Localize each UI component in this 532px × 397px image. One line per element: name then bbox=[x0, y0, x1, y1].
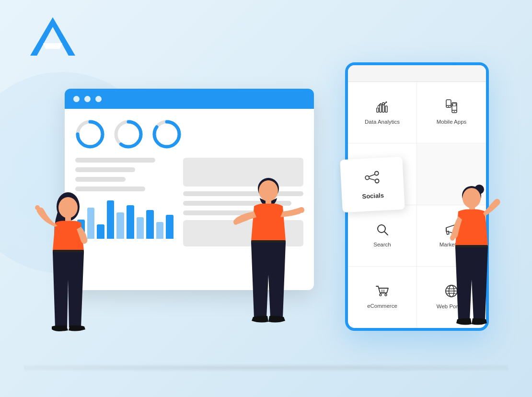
svg-rect-8 bbox=[380, 105, 382, 112]
circles-row bbox=[75, 119, 303, 149]
figure-right-woman bbox=[437, 179, 509, 371]
bar-item bbox=[127, 205, 134, 239]
circle-chart-1 bbox=[75, 119, 105, 149]
bar-item bbox=[166, 215, 173, 239]
svg-line-42 bbox=[369, 178, 375, 181]
phone-cell-data-analytics[interactable]: Data Analytics bbox=[348, 82, 417, 143]
svg-point-39 bbox=[365, 175, 369, 179]
phone-cell-search[interactable]: Search bbox=[348, 205, 417, 267]
svg-point-28 bbox=[378, 225, 385, 233]
browser-dot-3 bbox=[95, 96, 102, 102]
bar-item bbox=[146, 210, 154, 239]
phone-cell-mobile-apps[interactable]: Mobile Apps bbox=[417, 82, 486, 143]
svg-point-59 bbox=[450, 235, 455, 241]
svg-point-52 bbox=[233, 219, 238, 225]
svg-point-50 bbox=[259, 180, 278, 201]
ecommerce-label: eCommerce bbox=[367, 303, 397, 310]
figure-left-woman bbox=[29, 184, 98, 371]
svg-point-14 bbox=[448, 106, 449, 107]
svg-line-29 bbox=[384, 232, 388, 235]
browser-dot-1 bbox=[73, 96, 80, 102]
bar-item bbox=[156, 222, 164, 239]
browser-titlebar bbox=[65, 89, 314, 109]
phone-header bbox=[348, 65, 486, 82]
bar-item bbox=[137, 217, 144, 239]
svg-point-44 bbox=[58, 197, 78, 218]
data-analytics-icon bbox=[375, 99, 390, 116]
socials-icon bbox=[364, 169, 380, 189]
ecommerce-icon bbox=[375, 284, 390, 300]
svg-point-17 bbox=[454, 111, 455, 112]
circle-chart-2 bbox=[114, 119, 143, 149]
gray-bar bbox=[75, 167, 135, 172]
phone-cell-ecommerce[interactable]: eCommerce bbox=[348, 267, 417, 328]
gray-bar bbox=[75, 158, 155, 163]
app-logo bbox=[26, 13, 79, 59]
search-label: Search bbox=[373, 241, 391, 248]
svg-point-53 bbox=[300, 207, 304, 213]
gray-bar bbox=[75, 177, 126, 182]
socials-card: Socials bbox=[340, 157, 405, 213]
svg-rect-10 bbox=[385, 106, 387, 112]
browser-dot-2 bbox=[84, 96, 91, 102]
mobile-apps-icon bbox=[445, 99, 458, 116]
circle-chart-3 bbox=[152, 119, 182, 149]
search-icon bbox=[376, 223, 389, 238]
svg-point-31 bbox=[380, 294, 382, 296]
bar-item bbox=[116, 212, 124, 239]
socials-label: Socials bbox=[362, 192, 384, 200]
svg-rect-7 bbox=[377, 108, 379, 112]
svg-line-41 bbox=[369, 175, 375, 177]
figure-center-man bbox=[230, 169, 307, 371]
svg-rect-18 bbox=[453, 104, 456, 106]
svg-point-38 bbox=[375, 171, 379, 175]
svg-point-57 bbox=[463, 188, 481, 208]
svg-point-32 bbox=[385, 294, 387, 296]
mobile-apps-label: Mobile Apps bbox=[437, 118, 467, 126]
svg-point-40 bbox=[375, 179, 379, 183]
bar-item bbox=[107, 200, 115, 239]
svg-point-11 bbox=[385, 102, 387, 103]
data-analytics-label: Data Analytics bbox=[365, 118, 400, 126]
svg-point-46 bbox=[35, 205, 40, 210]
